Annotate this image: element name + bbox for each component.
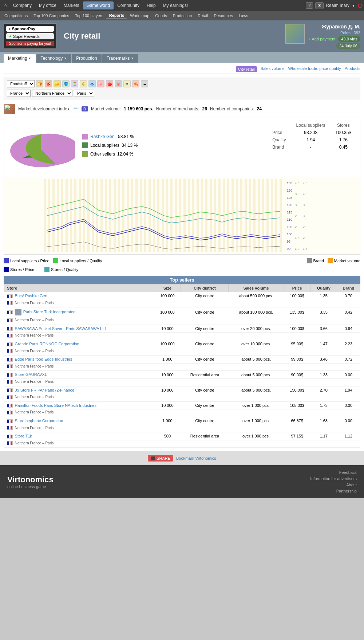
company-link[interactable]: Turk Incorporated (44, 310, 75, 314)
footer-about[interactable]: About (346, 483, 357, 487)
nav-company[interactable]: Company (9, 1, 35, 9)
nav-top100players[interactable]: Top 100 players (72, 12, 106, 19)
power-icon[interactable]: ⏻ (357, 3, 363, 8)
store-location: Northern France – Paris (15, 349, 54, 353)
subtab-wholesale[interactable]: Wholesale trade: price-quality (288, 66, 341, 72)
food-icon-grain[interactable]: 🌾 (80, 80, 87, 87)
company-link[interactable]: NAtech Industries (65, 403, 96, 408)
nav-laws[interactable]: Laws (236, 12, 251, 19)
svg-text:135: 135 (287, 181, 292, 185)
footer-feedback[interactable]: Feedback (339, 470, 357, 475)
footer-advertisers[interactable]: Information for advertisers (310, 476, 357, 481)
company-link[interactable]: SAWASAWA Ltd (76, 326, 106, 331)
subtab-products[interactable]: Products (345, 66, 360, 72)
company-link[interactable]: Edge Industries (44, 357, 72, 361)
food-icon-fish[interactable]: 🐟 (88, 80, 96, 87)
store-location: Northern France – Paris (15, 441, 54, 445)
nav-earnings[interactable]: My earnings! (159, 1, 192, 9)
wiki-link[interactable]: ᵂⁱᵏⁱ (74, 107, 79, 111)
subtab-cityretail[interactable]: City retail (236, 66, 257, 72)
nav-community[interactable]: Community (114, 1, 143, 9)
store-link[interactable]: Hamilton Foods Paris Store (15, 403, 64, 408)
superrewards-logo[interactable]: ★SuperRewards (6, 33, 54, 39)
cell-brand: 0.00 (337, 417, 360, 425)
nav-worldmap[interactable]: World map (127, 12, 152, 19)
food-icon-meat[interactable]: 🥩 (45, 80, 52, 87)
subtab-salesvolume[interactable]: Sales volume (261, 66, 285, 72)
add-payment-link[interactable]: + Add payment (309, 37, 336, 41)
cell-quality: 2.70 (310, 386, 337, 394)
tab-technology[interactable]: Technology▼ (36, 54, 71, 63)
company-link[interactable]: GAURAVXL (25, 372, 47, 377)
table-row: Paris Store Turk Incorporated 100 000 Ci… (4, 307, 360, 317)
store-link[interactable]: Paris Store (23, 310, 43, 314)
nav-production[interactable]: Production (170, 12, 195, 19)
rashke-link[interactable]: Rashke Gen. (90, 134, 116, 139)
food-icon-bucket[interactable]: 🪣 (62, 80, 70, 87)
food-icon-tomato[interactable]: 🍅 (106, 80, 113, 87)
nav-help[interactable]: Help (143, 1, 159, 9)
table-row-location: Northern France – Paris (4, 394, 360, 402)
nav-competitions[interactable]: Competitions (1, 12, 31, 19)
table-row-location: Northern France – Paris (4, 378, 360, 386)
flag-icon (7, 373, 13, 377)
nav-resources[interactable]: Resources (211, 12, 236, 19)
category-select[interactable]: Foodstuff (7, 80, 35, 87)
footer-links: Feedback Information for advertisers Abo… (310, 470, 357, 493)
tab-trademarks[interactable]: Trademarks▼ (102, 54, 138, 63)
date-badge: 24 July 06 (336, 43, 360, 49)
footer-partnership[interactable]: Partnership (336, 489, 357, 493)
svg-text:1.5: 1.5 (303, 247, 308, 251)
other-label: Other sellers (90, 152, 115, 157)
store-link[interactable]: Store (15, 372, 24, 377)
mail-icon[interactable]: ✉ (315, 2, 324, 9)
legend-lsq: Local suppliers / Quality (53, 258, 102, 263)
store-link[interactable]: SAWASAWA Pocket Saver - Paris (15, 326, 75, 331)
store-link[interactable]: Store (15, 419, 24, 423)
store-link[interactable]: Grande Paris (15, 342, 39, 346)
sponsorpay-logo[interactable]: ●SponsorPay (6, 26, 54, 32)
company-link[interactable]: Rashke Gen. (25, 294, 48, 298)
table-row-location: Northern France – Paris (4, 348, 360, 356)
food-icon-candy[interactable]: 🍬 (97, 80, 104, 87)
food-icon-shrimp[interactable]: 🦐 (132, 80, 139, 87)
help-icon[interactable]: ? (306, 2, 313, 9)
bookmark-label[interactable]: Bookmark Virtonomics (176, 456, 216, 460)
share-button[interactable]: ⬛ SHARE (148, 455, 173, 462)
company-link[interactable]: RONNOC Corporation (39, 342, 79, 346)
region-select[interactable]: Northern France (32, 90, 72, 97)
nav-top100companies[interactable]: Top 100 Companies (31, 12, 72, 19)
food-icon-can[interactable]: 🥫 (115, 80, 122, 87)
store-link[interactable]: Store (15, 434, 24, 438)
share-label: SHARE (157, 456, 170, 460)
food-icon-jar[interactable]: 🫙 (71, 80, 78, 87)
food-icon-cheese[interactable]: 🧀 (54, 80, 61, 87)
food-icon-pen[interactable]: ✏ (123, 80, 131, 87)
food-icon-bread[interactable]: 🍞 (36, 80, 43, 87)
store-link[interactable]: Buts! (15, 294, 24, 298)
svg-text:4.0: 4.0 (303, 192, 308, 196)
tab-production[interactable]: Production (72, 54, 101, 63)
home-icon[interactable]: ⌂ (1, 2, 9, 9)
nav-reports[interactable]: Reports (106, 12, 127, 19)
company-link[interactable]: T1k (25, 434, 32, 438)
nav-gameworld[interactable]: Game world (83, 1, 114, 9)
tab-marketing[interactable]: Marketing▼ (4, 54, 36, 63)
food-icon-misc[interactable]: ☁ (141, 80, 148, 87)
nav-markets[interactable]: Markets (60, 1, 83, 9)
nav-goods[interactable]: Goods (152, 12, 170, 19)
nav-myoffice[interactable]: My office (35, 1, 60, 9)
page-title: City retail (60, 31, 100, 41)
store-link[interactable]: Edge Paris food (15, 357, 43, 361)
company-link[interactable]: beqbane Corporation (25, 419, 63, 423)
nav-retail[interactable]: Retail (195, 12, 211, 19)
city-select[interactable]: Paris (74, 90, 94, 97)
flag-icon-2 (7, 364, 13, 368)
store-link[interactable]: 09 Store FR PAr (15, 388, 44, 392)
country-select[interactable]: France (7, 90, 31, 97)
user-dropdown-icon[interactable]: ▼ (352, 4, 355, 8)
cell-price: 95.00$ (284, 340, 310, 348)
cell-brand: 0.64 (337, 325, 360, 333)
company-link[interactable]: Pand72-Finance (45, 388, 75, 392)
flag-icon (7, 419, 13, 423)
